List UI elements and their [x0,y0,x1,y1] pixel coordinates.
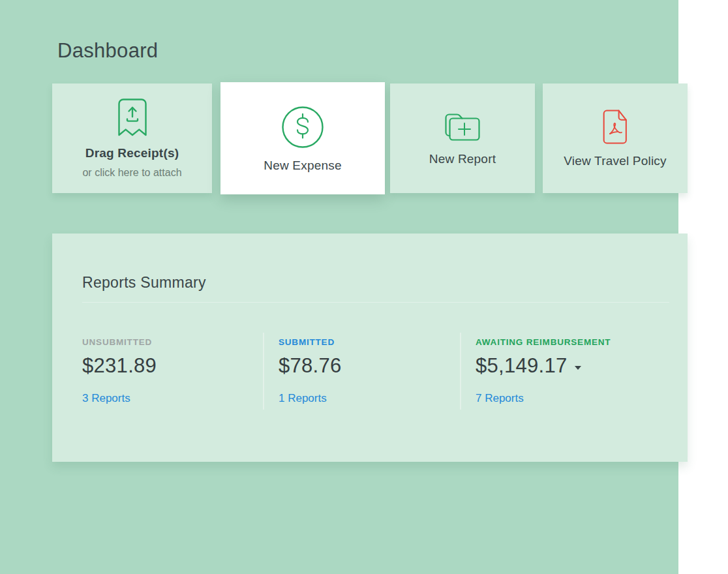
submitted-label: SUBMITTED [279,338,335,347]
summary-unsubmitted: UNSUBMITTED $231.89 3 Reports [82,333,263,404]
reports-summary-panel: Reports Summary UNSUBMITTED $231.89 3 Re… [52,234,688,462]
panel-divider [82,302,669,303]
unsubmitted-amount-row: $231.89 [82,355,157,377]
reports-summary-title: Reports Summary [82,274,206,292]
new-report-label: New Report [429,153,496,165]
dollar-circle-icon [281,106,324,149]
summary-row: UNSUBMITTED $231.89 3 Reports SUBMITTED … [82,333,669,410]
receipt-upload-icon [118,98,147,136]
unsubmitted-amount: $231.89 [82,355,157,377]
view-travel-policy-card[interactable]: View Travel Policy [543,83,688,193]
new-report-card[interactable]: New Report [390,83,535,193]
awaiting-amount: $5,149.17 [476,355,568,377]
summary-divider [460,333,461,410]
awaiting-reports-link[interactable]: 7 Reports [476,393,524,404]
unsubmitted-reports-link[interactable]: 3 Reports [82,393,130,404]
awaiting-reimbursement-label: AWAITING REIMBURSEMENT [476,338,611,347]
summary-submitted: SUBMITTED $78.76 1 Reports [279,333,460,404]
submitted-amount: $78.76 [279,355,342,377]
drag-receipts-card[interactable]: Drag Receipt(s) or click here to attach [52,83,212,193]
awaiting-amount-dropdown-trigger[interactable]: $5,149.17 [476,355,581,377]
unsubmitted-label: UNSUBMITTED [82,338,152,347]
page-title: Dashboard [57,39,158,63]
submitted-amount-row: $78.76 [279,355,342,377]
summary-awaiting-reimbursement: AWAITING REIMBURSEMENT $5,149.17 7 Repor… [476,333,611,404]
folder-plus-icon [444,112,481,142]
submitted-reports-link[interactable]: 1 Reports [279,393,327,404]
drag-receipts-sublabel: or click here to attach [82,168,181,178]
drag-receipts-label: Drag Receipt(s) [85,147,179,159]
new-expense-card[interactable]: New Expense [220,82,385,194]
summary-divider [263,333,264,410]
pdf-document-icon [603,110,628,144]
chevron-down-icon [575,366,581,370]
view-travel-policy-label: View Travel Policy [564,155,666,167]
new-expense-label: New Expense [264,159,341,172]
